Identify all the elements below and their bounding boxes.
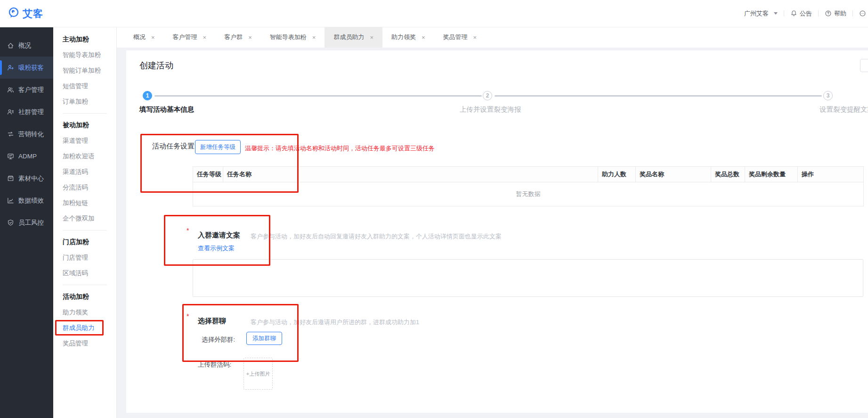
select-group-label: 选择群聊	[198, 317, 226, 326]
sidebar-item-user-add[interactable]: 吸粉获客	[0, 57, 53, 79]
sidebar-item-label: 数据绩效	[18, 197, 44, 205]
tab-label: 客户群	[224, 33, 243, 41]
org-switcher[interactable]: 广州艾客	[744, 9, 778, 18]
help-label: 帮助	[834, 9, 846, 18]
table-column-header-1: 任务等级	[193, 167, 223, 182]
table-column-header-6: 奖品剩余数量	[745, 167, 798, 182]
home-icon	[7, 42, 14, 49]
step-label-2: 上传并设置裂变海报	[460, 105, 521, 114]
tab-6[interactable]: 助力领奖×	[382, 27, 434, 48]
submenu-item[interactable]: 订单加粉	[63, 94, 116, 109]
submenu-item[interactable]: 加粉欢迎语	[63, 148, 116, 164]
secondary-sidebar: 主动加粉智能导表加粉智能订单加粉短信管理订单加粉被动加粉渠道管理加粉欢迎语渠道活…	[53, 27, 117, 418]
sidebar-item-label: 吸粉获客	[18, 64, 44, 72]
tab-label: 助力领奖	[391, 33, 416, 41]
tab-3[interactable]: 客户群×	[215, 27, 261, 48]
service-link[interactable]: 客服	[859, 9, 868, 18]
step-label-3: 设置裂变提醒文案	[819, 105, 868, 114]
chat-service-icon	[859, 10, 866, 17]
submenu-item[interactable]: 渠道管理	[63, 133, 116, 148]
submenu-item[interactable]: 加粉短链	[63, 195, 116, 211]
submenu-item[interactable]: 智能订单加粉	[63, 63, 116, 78]
sidebar-item-group[interactable]: 社群管理	[0, 101, 53, 123]
sidebar-item-label: 社群管理	[18, 108, 44, 116]
primary-sidebar: 概况吸粉获客客户管理社群管理营销转化ADMP素材中心数据绩效员工风控	[0, 27, 53, 418]
task-settings-label: 活动任务设置	[152, 142, 195, 151]
tab-close-icon[interactable]: ×	[248, 34, 252, 41]
sidebar-item-material[interactable]: 素材中心	[0, 167, 53, 189]
content-area: 创建活动 1填写活动基本信息2上传并设置裂变海报3设置裂变提醒文案 活动任务设置…	[117, 48, 868, 418]
step-circle-3: 3	[823, 91, 833, 100]
submenu-item[interactable]: 渠道活码	[63, 164, 116, 180]
tab-2[interactable]: 客户管理×	[164, 27, 216, 48]
submenu-item[interactable]: 企个微双加	[63, 211, 116, 226]
help-link[interactable]: 帮助	[825, 9, 846, 18]
select-group-desc: 客户参与活动，加好友后邀请用户所进的群，进群成功助力加1	[251, 318, 419, 327]
cutoff-button[interactable]	[860, 59, 868, 72]
sidebar-item-monitor[interactable]: ADMP	[0, 145, 53, 167]
org-name: 广州艾客	[744, 9, 769, 18]
table-column-header-5: 奖品总数	[711, 167, 745, 182]
logo-icon	[8, 7, 20, 21]
tab-1[interactable]: 概况×	[124, 27, 164, 48]
tab-close-icon[interactable]: ×	[312, 34, 316, 41]
group-icon	[7, 108, 14, 115]
sidebar-item-label: 营销转化	[18, 130, 44, 139]
tab-close-icon[interactable]: ×	[370, 34, 373, 41]
sidebar-item-users[interactable]: 客户管理	[0, 79, 53, 101]
external-group-label: 选择外部群:	[202, 336, 235, 344]
tab-4[interactable]: 智能导表加粉×	[261, 27, 325, 48]
submenu-item[interactable]: 智能导表加粉	[63, 47, 116, 63]
add-group-chat-button[interactable]: 添加群聊	[246, 332, 282, 345]
convert-icon	[7, 131, 14, 138]
submenu-item[interactable]: 门店管理	[63, 250, 116, 265]
submenu-group-title: 活动加粉	[63, 289, 116, 304]
sidebar-item-home[interactable]: 概况	[0, 34, 53, 57]
tab-close-icon[interactable]: ×	[422, 34, 425, 41]
add-task-level-button[interactable]: 新增任务等级	[195, 140, 241, 154]
tab-close-icon[interactable]: ×	[151, 34, 155, 41]
task-table: 任务等级任务名称助力人数奖品名称奖品总数奖品剩余数量操作 暂无数据	[193, 166, 864, 206]
sidebar-item-label: 员工风控	[18, 219, 44, 227]
tab-close-icon[interactable]: ×	[473, 34, 477, 41]
announcement-link[interactable]: 公告	[790, 9, 812, 18]
submenu-item[interactable]: 短信管理	[63, 78, 116, 94]
page-title: 创建活动	[139, 60, 173, 71]
submenu-item[interactable]: 奖品管理	[63, 336, 116, 351]
sidebar-item-chart[interactable]: 数据绩效	[0, 189, 53, 212]
submenu-divider	[63, 285, 107, 285]
table-column-header-2: 任务名称	[223, 167, 598, 182]
sidebar-item-label: 概况	[18, 41, 31, 50]
step-connector	[495, 95, 822, 97]
submenu-item[interactable]: 区域活码	[63, 265, 116, 281]
caret-down-icon	[774, 12, 778, 16]
sidebar-item-label: 客户管理	[18, 86, 44, 94]
announcement-label: 公告	[800, 9, 812, 18]
upload-image-text: +上传图片	[246, 370, 270, 377]
sidebar-item-shield[interactable]: 员工风控	[0, 212, 53, 234]
help-circle-icon	[825, 10, 832, 17]
logo[interactable]: 艾客	[8, 7, 43, 21]
submenu-item[interactable]: 助力领奖	[63, 304, 116, 320]
step-label-1: 填写活动基本信息	[139, 105, 194, 114]
upload-image-dropzone[interactable]: +上传图片	[243, 358, 273, 390]
invite-copy-textarea[interactable]	[193, 259, 863, 297]
divider	[818, 10, 819, 16]
tab-7[interactable]: 奖品管理×	[434, 27, 486, 48]
view-sample-copy-link[interactable]: 查看示例文案	[198, 244, 235, 253]
app-root: 艾客 广州艾客 公告 帮助	[0, 0, 868, 418]
header-nav: 广州艾客 公告 帮助 客服	[744, 0, 868, 27]
required-asterisk: *	[187, 227, 189, 234]
submenu-group-title: 被动加粉	[63, 117, 116, 133]
tab-close-icon[interactable]: ×	[203, 34, 207, 41]
tab-label: 奖品管理	[443, 33, 468, 41]
table-empty-text: 暂无数据	[193, 182, 864, 206]
submenu-item[interactable]: 群成员助力	[63, 320, 116, 336]
sidebar-item-convert[interactable]: 营销转化	[0, 123, 53, 145]
submenu-item[interactable]: 分流活码	[63, 180, 116, 195]
submenu-group-title: 门店加粉	[63, 234, 116, 250]
tab-label: 客户管理	[173, 33, 197, 41]
tab-label: 群成员助力	[333, 33, 364, 41]
tab-5[interactable]: 群成员助力×	[324, 27, 382, 48]
divider	[852, 10, 853, 16]
